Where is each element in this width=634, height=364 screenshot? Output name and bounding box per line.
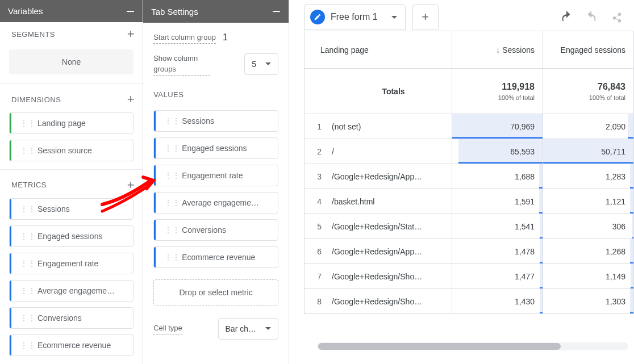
grip-icon: ⋮⋮: [20, 147, 36, 154]
chip-session-source[interactable]: ⋮⋮Session source: [9, 140, 134, 161]
table-row-landing[interactable]: 3/Google+Redesign/App…: [305, 164, 452, 189]
column-header-engaged[interactable]: Engaged sessions: [543, 31, 634, 69]
chip-label: Conversions: [182, 225, 226, 235]
table-cell-sessions: 1,477: [452, 264, 543, 289]
grip-icon: ⋮⋮: [165, 254, 181, 261]
chip-label: Engaged sessions: [182, 144, 247, 153]
column-header-sessions[interactable]: Sessions: [452, 31, 543, 69]
chip-label: Landing page: [37, 119, 86, 128]
chip-label: Session source: [37, 146, 92, 155]
add-segment-icon[interactable]: +: [127, 27, 135, 41]
variables-header: Variables −: [0, 0, 143, 22]
redo-button[interactable]: [585, 10, 598, 24]
table-cell-sessions: 70,969: [452, 114, 543, 139]
tab-name: Free form 1: [331, 12, 378, 22]
chip-ecommerce-revenue[interactable]: ⋮⋮Ecommerce revenue: [9, 334, 134, 356]
horizontal-scrollbar[interactable]: [317, 342, 628, 350]
report-panel: Free form 1 + Landing page Sessions Enga…: [289, 0, 634, 364]
cell-type-row: Cell type Bar ch…: [153, 318, 278, 340]
grip-icon: ⋮⋮: [20, 233, 36, 240]
grip-icon: ⋮⋮: [165, 227, 181, 233]
show-columns-select[interactable]: 5: [244, 53, 278, 75]
chip-sessions[interactable]: ⋮⋮Sessions: [153, 110, 278, 132]
chip-engaged-sessions[interactable]: ⋮⋮Engaged sessions: [9, 225, 134, 247]
values-section-label: VALUES: [153, 85, 278, 101]
grip-icon: ⋮⋮: [165, 172, 181, 179]
chip-ecommerce-revenue[interactable]: ⋮⋮Ecommerce revenue: [153, 246, 278, 268]
report-table: Landing page Sessions Engaged sessions T…: [304, 31, 634, 314]
table-cell-sessions: 1,688: [452, 164, 543, 189]
grip-icon: ⋮⋮: [20, 287, 36, 294]
chip-engagement-rate[interactable]: ⋮⋮Engagement rate: [9, 253, 134, 274]
show-columns-row: Show column groups 5: [153, 53, 278, 76]
chevron-down-icon: [265, 327, 271, 330]
grip-icon: ⋮⋮: [20, 206, 36, 212]
chevron-down-icon[interactable]: [391, 16, 397, 19]
totals-sessions-cell: 119,918100% of total: [452, 69, 543, 114]
segments-none[interactable]: None: [9, 49, 134, 74]
edit-tab-button[interactable]: [310, 10, 325, 24]
table-cell-engaged: 1,268: [543, 239, 634, 264]
start-column-value[interactable]: 1: [223, 32, 228, 43]
panel-title: Tab Settings: [151, 7, 198, 16]
pencil-icon: [314, 13, 322, 21]
chip-label: Average engageme…: [182, 198, 259, 207]
metrics-header: METRICS +: [0, 170, 143, 198]
metric-drop-zone[interactable]: Drop or select metric: [153, 279, 278, 306]
show-columns-label: Show column groups: [153, 53, 210, 76]
table-cell-engaged: 50,711: [543, 139, 634, 164]
cell-type-select[interactable]: Bar ch…: [218, 318, 278, 340]
chip-average-engageme-[interactable]: ⋮⋮Average engageme…: [9, 280, 134, 302]
start-column-label: Start column group: [153, 32, 216, 44]
totals-engaged-cell: 76,843100% of total: [543, 69, 634, 114]
grip-icon: ⋮⋮: [165, 118, 181, 124]
chevron-down-icon: [265, 62, 271, 65]
metrics-label: METRICS: [11, 181, 47, 189]
chip-conversions[interactable]: ⋮⋮Conversions: [9, 307, 134, 329]
table-cell-engaged: 1,121: [543, 189, 634, 214]
table-cell-sessions: 1,478: [452, 239, 543, 264]
table-row-landing[interactable]: 8/Google+Redesign/Sho…: [305, 289, 452, 314]
table-row-landing[interactable]: 7/Google+Redesign/Sho…: [305, 264, 452, 289]
chip-label: Ecommerce revenue: [37, 341, 111, 350]
cell-type-label: Cell type: [153, 323, 182, 334]
grip-icon: ⋮⋮: [165, 145, 181, 152]
chip-average-engageme-[interactable]: ⋮⋮Average engageme…: [153, 192, 278, 214]
add-dimension-icon[interactable]: +: [127, 92, 135, 107]
chip-sessions[interactable]: ⋮⋮Sessions: [9, 198, 134, 220]
undo-button[interactable]: [560, 10, 573, 24]
table-cell-sessions: 1,430: [452, 289, 543, 314]
report-tab[interactable]: Free form 1: [304, 4, 406, 30]
chip-landing-page[interactable]: ⋮⋮Landing page: [9, 112, 134, 134]
chip-label: Ecommerce revenue: [182, 253, 255, 262]
table-row-landing[interactable]: 4/basket.html: [305, 189, 452, 214]
table-cell-engaged: 1,283: [543, 164, 634, 189]
table-row-landing[interactable]: 6/Google+Redesign/App…: [305, 239, 452, 264]
dimensions-header: DIMENSIONS +: [0, 84, 143, 112]
table-row-landing[interactable]: 5/Google+Redesign/Stat…: [305, 214, 452, 239]
collapse-icon[interactable]: −: [272, 4, 281, 19]
chip-label: Average engageme…: [37, 286, 115, 295]
tab-settings-header: Tab Settings −: [143, 0, 289, 23]
table-row-landing[interactable]: 1(not set): [305, 114, 452, 139]
chip-label: Engagement rate: [37, 259, 98, 268]
column-header-landing[interactable]: Landing page: [305, 31, 452, 69]
share-button[interactable]: [610, 10, 623, 24]
chip-engaged-sessions[interactable]: ⋮⋮Engaged sessions: [153, 137, 278, 159]
chip-conversions[interactable]: ⋮⋮Conversions: [153, 219, 278, 241]
cell-type-value: Bar ch…: [226, 324, 256, 333]
add-metric-icon[interactable]: +: [127, 178, 135, 193]
add-tab-button[interactable]: +: [412, 4, 439, 30]
chip-label: Sessions: [182, 116, 214, 125]
dimensions-label: DIMENSIONS: [11, 95, 61, 104]
chip-engagement-rate[interactable]: ⋮⋮Engagement rate: [153, 165, 278, 186]
table-row-landing[interactable]: 2/: [305, 139, 452, 164]
grip-icon: ⋮⋮: [165, 199, 181, 206]
table-cell-sessions: 1,541: [452, 214, 543, 239]
grip-icon: ⋮⋮: [20, 260, 36, 267]
panel-title: Variables: [8, 6, 43, 16]
totals-label-cell: Totals: [305, 69, 452, 114]
report-tab-bar: Free form 1 +: [304, 3, 634, 31]
collapse-icon[interactable]: −: [126, 4, 135, 19]
chip-label: Engaged sessions: [37, 232, 102, 241]
